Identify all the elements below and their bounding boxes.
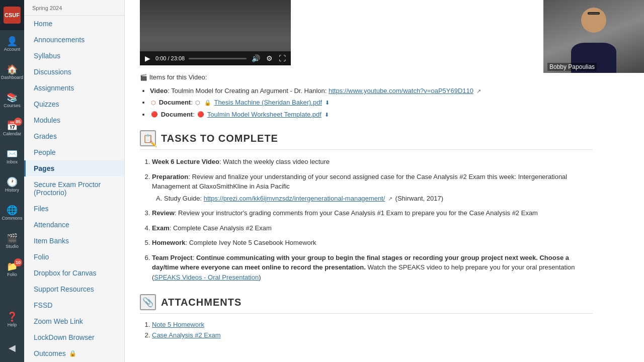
doc-icon-2: 🔴 xyxy=(151,110,158,120)
nav-label-commons: Commons xyxy=(2,216,22,221)
list-item: Study Guide: https://prezi.com/kk6ijmvnz… xyxy=(164,194,593,204)
nav-label-studio: Studio xyxy=(6,244,19,249)
document-type-1: Document xyxy=(159,99,191,106)
nav-item-history[interactable]: 🕐 History xyxy=(0,171,24,199)
sidebar-item-lockdown[interactable]: LockDown Browser xyxy=(24,329,124,345)
task-label-1: Week 6 Lecture Video xyxy=(152,158,219,165)
speaks-video-link[interactable]: SPEAKS Videos - Oral Presentation xyxy=(154,274,259,281)
studio-icon: 🎬 xyxy=(7,234,18,243)
nav-label-help: Help xyxy=(8,322,17,327)
sidebar-item-discussions[interactable]: Discussions xyxy=(24,64,124,80)
nav-item-account[interactable]: 👤 Account xyxy=(0,30,24,58)
course-title: Spring 2024 xyxy=(24,0,124,16)
nav-item-courses[interactable]: 📚 Courses xyxy=(0,86,24,115)
sidebar-item-people[interactable]: People xyxy=(24,144,124,160)
items-for-video-section: 🎬 Items for this Video: Video: Toulmin M… xyxy=(140,73,593,120)
sidebar-item-quizzes[interactable]: Quizzes xyxy=(24,96,124,112)
attachments-icon: 📎 xyxy=(140,294,156,310)
sidebar-item-folio[interactable]: Folio xyxy=(24,249,124,265)
list-item: Week 6 Lecture Video: Watch the weekly c… xyxy=(152,157,593,167)
calendar-badge: 85 xyxy=(14,118,22,126)
courses-icon: 📚 xyxy=(7,93,18,102)
task-label-2: Preparation xyxy=(152,173,188,180)
sidebar-item-secure-exam[interactable]: Secure Exam Proctor (Proctorio) xyxy=(24,176,124,201)
nav-item-help[interactable]: ❓ Help xyxy=(0,306,24,334)
sidebar-item-zoom[interactable]: Zoom Web Link xyxy=(24,313,124,329)
nav-item-collapse[interactable]: ◀ xyxy=(0,334,24,362)
list-item: Homework: Complete Ivey Note 5 Casebook … xyxy=(152,238,593,248)
sidebar-item-files[interactable]: Files xyxy=(24,201,124,217)
team-project-bold: Continue communicating with your group t… xyxy=(152,254,569,272)
items-for-video-list: Video: Toulmin Model for Creating an Arg… xyxy=(140,85,593,120)
document-link-2[interactable]: Toulmin Model Worksheet Template.pdf xyxy=(207,111,321,118)
document-link-1[interactable]: Thesis Machine (Sheridan Baker).pdf xyxy=(214,99,322,106)
sidebar-item-attendance[interactable]: Attendance xyxy=(24,217,124,233)
items-for-video-header: 🎬 Items for this Video: xyxy=(140,73,593,81)
nav-item-folio[interactable]: 📁 10 Folio xyxy=(0,255,24,284)
nav-label-account: Account xyxy=(4,47,21,52)
sidebar-item-home[interactable]: Home xyxy=(24,16,124,32)
list-item: ⬡ Document: ⬡ 🔒 Thesis Machine (Sheridan… xyxy=(150,97,593,108)
sidebar-item-syllabus[interactable]: Syllabus xyxy=(24,48,124,64)
sidebar-item-announcements[interactable]: Announcements xyxy=(24,32,124,48)
nav-item-calendar[interactable]: 📅 85 Calendar xyxy=(0,115,24,143)
outcomes-icon: 🔒 xyxy=(69,350,76,357)
inbox-icon: ✉️ xyxy=(7,149,18,158)
nav-item-commons[interactable]: 🌐 Commons xyxy=(0,199,24,227)
sidebar-item-item-banks[interactable]: Item Banks xyxy=(24,233,124,249)
attachment-link-2[interactable]: Case Analysis #2 Exam xyxy=(152,331,221,339)
video-fullscreen-button[interactable]: ⛶ xyxy=(278,53,287,63)
person-name: Bobby Papoulias xyxy=(547,63,597,71)
tasks-section-title: TASKS TO COMPLETE xyxy=(161,133,278,144)
video-controls: ▶ 0:00 / 23:08 🔊 ⚙ ⛶ xyxy=(140,51,291,65)
person-background xyxy=(543,0,644,73)
document-type-2: Document xyxy=(161,111,193,118)
sidebar-item-dropbox[interactable]: Dropbox for Canvas xyxy=(24,265,124,281)
global-nav-bottom: ❓ Help ◀ xyxy=(0,306,24,362)
outcomes-label: Outcomes xyxy=(34,349,66,357)
sidebar-item-assignments[interactable]: Assignments xyxy=(24,80,124,96)
video-progress-bar[interactable] xyxy=(189,58,247,59)
nav-item-inbox[interactable]: ✉️ Inbox xyxy=(0,143,24,171)
nav-label-courses: Courses xyxy=(4,103,21,108)
sidebar-item-support[interactable]: Support Resources xyxy=(24,281,124,297)
sidebar-item-grades[interactable]: Grades xyxy=(24,128,124,144)
nav-label-calendar: Calendar xyxy=(3,131,22,136)
folder-icon-1: ⬡ xyxy=(195,98,200,108)
nav-label-dashboard: Dashboard xyxy=(1,75,23,80)
collapse-icon: ◀ xyxy=(9,343,16,352)
sidebar-item-outcomes[interactable]: Outcomes 🔒 xyxy=(24,345,124,361)
attachment-link-1[interactable]: Note 5 Homework xyxy=(152,321,204,328)
sidebar-item-pages[interactable]: Pages xyxy=(24,160,124,176)
list-item: Video: Toulmin Model for Creating an Arg… xyxy=(150,85,593,97)
list-item: Case Analysis #2 Exam xyxy=(152,331,593,339)
account-icon: 👤 xyxy=(7,37,18,46)
global-navigation: CSUF 👤 Account 🏠 Dashboard 📚 Courses 📅 8… xyxy=(0,0,24,362)
lock-icon-1: 🔒 xyxy=(204,98,211,108)
items-header-icon: 🎬 xyxy=(140,74,147,81)
list-item: Exam: Complete Case Analysis #2 Exam xyxy=(152,223,593,233)
nav-label-inbox: Inbox xyxy=(7,159,18,164)
lock-icon-2: 🔴 xyxy=(197,110,204,120)
doc-icon-1: ⬡ xyxy=(151,98,156,108)
task-label-3: Review xyxy=(152,209,175,217)
video-mute-button[interactable]: 🔊 xyxy=(251,53,261,63)
commons-icon: 🌐 xyxy=(7,206,18,215)
nav-label-folio: Folio xyxy=(7,272,17,277)
canvas-logo[interactable]: CSUF xyxy=(0,0,24,30)
attachments-section-header: 📎 ATTACHMENTS xyxy=(140,294,593,314)
sub-list: Study Guide: https://prezi.com/kk6ijmvnz… xyxy=(152,194,593,204)
nav-item-dashboard[interactable]: 🏠 Dashboard xyxy=(0,58,24,86)
sidebar-item-fssd[interactable]: FSSD xyxy=(24,297,124,313)
tasks-section-icon: 📋 xyxy=(140,130,156,146)
video-player: ▶ 0:00 / 23:08 🔊 ⚙ ⛶ xyxy=(140,0,291,65)
video-item-type: Video xyxy=(150,87,168,95)
study-guide-link[interactable]: https://prezi.com/kk6ijmvnzsdz/intergene… xyxy=(204,195,385,202)
attachments-title: ATTACHMENTS xyxy=(161,297,242,308)
video-play-button[interactable]: ▶ xyxy=(144,53,151,63)
sidebar-item-modules[interactable]: Modules xyxy=(24,112,124,128)
tasks-list: Week 6 Lecture Video: Watch the weekly c… xyxy=(140,157,593,282)
video-settings-button[interactable]: ⚙ xyxy=(265,53,274,63)
video-link[interactable]: https://www.youtube.com/watch?v=oaP5Y69D… xyxy=(329,87,473,95)
nav-item-studio[interactable]: 🎬 Studio xyxy=(0,227,24,255)
